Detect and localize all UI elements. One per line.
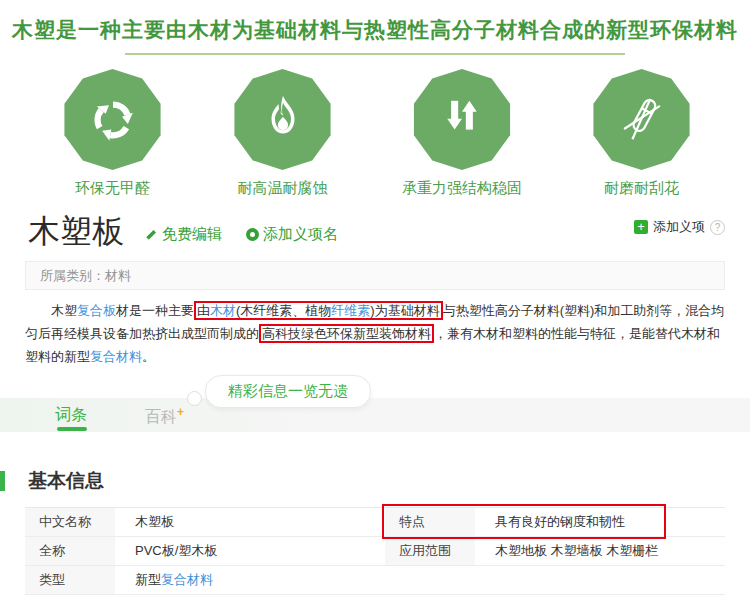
summary-text: 由 (197, 303, 210, 318)
add-alias-label: 添加义项名 (263, 225, 338, 244)
info-label: 全称 (25, 537, 115, 565)
summary-text: 材是一种主要 (116, 303, 194, 318)
section-accent-bar (0, 471, 5, 491)
highlight-box: 由木材(木纤维素、植物纤维素)为基础材料 (194, 301, 443, 320)
info-label: 类型 (25, 566, 115, 594)
feature-row: 环保无甲醛 耐高温耐腐蚀 承重力强结构稳固 耐磨耐刮花 (0, 55, 750, 198)
summary-text: )为基础材料 (370, 303, 439, 318)
feature-item: 耐磨耐刮花 (591, 69, 692, 198)
add-meaning-link[interactable]: + 添加义项 ? (634, 218, 725, 236)
info-value: 新型复合材料 (115, 566, 385, 594)
basic-info-table: 中文名称木塑板特点具有良好的钢度和韧性全称PVC板/塑木板应用范围木塑地板 木塑… (25, 507, 725, 595)
recycle-icon (62, 69, 163, 170)
summary-text: 木塑板 (135, 514, 174, 529)
category-bar: 所属类别：材料 (25, 261, 725, 290)
free-edit-label: 免费编辑 (162, 225, 222, 244)
arrows-icon (412, 69, 513, 170)
info-value: 具有良好的钢度和韧性 (475, 508, 725, 536)
free-edit-link[interactable]: 免费编辑 (144, 225, 222, 244)
table-row: 类型新型复合材料 (25, 566, 725, 595)
entry-header: 木塑板 免费编辑 添加义项名 + 添加义项 ? (0, 198, 750, 249)
info-label: 中文名称 (25, 508, 115, 536)
banner-title: 木塑是一种主要由木材为基础材料与热塑性高分子材料合成的新型环保材料 (0, 16, 750, 44)
highlight-box: 高科技绿色环保新型装饰材料 (259, 324, 434, 343)
entry-links: 免费编辑 添加义项名 (144, 225, 338, 244)
top-banner: 木塑是一种主要由木材为基础材料与热塑性高分子材料合成的新型环保材料 (0, 0, 750, 55)
feature-label: 环保无甲醛 (75, 179, 150, 198)
summary-text: 木塑 (51, 303, 77, 318)
summary-text: 高科技绿色环保新型装饰材料 (262, 326, 431, 341)
inline-link[interactable]: 木材 (210, 303, 236, 318)
info-label: 特点 (385, 508, 475, 536)
no-scratch-icon (591, 69, 692, 170)
summary-text: 。 (142, 349, 155, 364)
summary-text: 具有良好的钢度和韧性 (495, 514, 625, 529)
add-alias-link[interactable]: 添加义项名 (246, 225, 338, 244)
promo-zone: 词条百科+ 精彩信息一览无遗 (0, 373, 750, 437)
info-value: PVC板/塑木板 (115, 537, 385, 565)
section-title: 基本信息 (28, 468, 104, 494)
summary-text: (木纤维素、植物 (236, 303, 331, 318)
add-meaning-label: 添加义项 (653, 218, 705, 236)
active-tab-underline (57, 427, 87, 431)
info-label (385, 566, 475, 594)
info-label: 应用范围 (385, 537, 475, 565)
feature-item: 环保无甲醛 (62, 69, 163, 198)
feature-label: 耐高温耐腐蚀 (238, 179, 328, 198)
tab-label: 百科 (145, 409, 177, 426)
inline-link[interactable]: 纤维素 (331, 303, 370, 318)
tab-bar: 词条百科+ (0, 398, 750, 432)
feature-item: 耐高温耐腐蚀 (232, 69, 333, 198)
info-value: 木塑板 (115, 508, 385, 536)
summary-text: 新型 (135, 572, 161, 587)
promo-bubble[interactable]: 精彩信息一览无遗 (205, 375, 371, 408)
inline-link[interactable]: 复合材料 (161, 572, 213, 587)
plus-icon: + (634, 220, 648, 234)
page-title: 木塑板 (28, 214, 124, 249)
tab-label: 词条 (55, 406, 87, 423)
tab-entry[interactable]: 词条 (55, 405, 87, 426)
flame-icon (232, 69, 333, 170)
summary-paragraph: 木塑复合板材是一种主要由木材(木纤维素、植物纤维素)为基础材料与热塑性高分子材料… (25, 299, 725, 368)
info-value: 木塑地板 木塑墙板 木塑栅栏 (475, 537, 725, 565)
feature-label: 承重力强结构稳固 (402, 179, 522, 198)
alias-badge-icon (246, 228, 259, 241)
basic-info-header: 基本信息 (0, 468, 750, 494)
tab-baike[interactable]: 百科+ (145, 405, 184, 428)
summary-text: PVC板/塑木板 (135, 543, 217, 558)
pencil-icon (144, 228, 158, 242)
plus-superscript: + (177, 405, 184, 419)
feature-label: 耐磨耐刮花 (604, 179, 679, 198)
info-value (475, 566, 725, 594)
inline-link[interactable]: 复合板 (77, 303, 116, 318)
table-row: 全称PVC板/塑木板应用范围木塑地板 木塑墙板 木塑栅栏 (25, 537, 725, 566)
table-row: 中文名称木塑板特点具有良好的钢度和韧性 (25, 508, 725, 537)
question-mark-icon[interactable]: ? (710, 220, 725, 235)
summary-text: 木塑地板 木塑墙板 木塑栅栏 (495, 543, 658, 558)
feature-item: 承重力强结构稳固 (402, 69, 522, 198)
inline-link[interactable]: 复合材料 (90, 349, 142, 364)
